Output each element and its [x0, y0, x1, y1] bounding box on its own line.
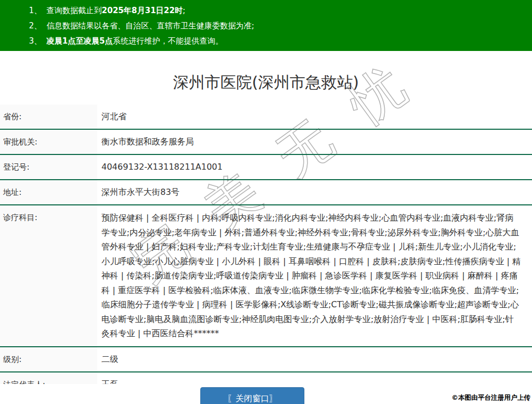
notice-text: 信息数据结果以各省、自治区、直辖市卫生健康委数据为准; [47, 21, 254, 30]
row-value: 40469132-X13118211A1001 [97, 155, 532, 179]
notice-line-2: 2、信息数据结果以各省、自治区、直辖市卫生健康委数据为准; [29, 18, 527, 34]
table-row-province: 省份: 河北省 [0, 105, 532, 130]
row-label: 登记号: [0, 155, 97, 179]
image-attribution: ©本图由平台注册用户上传 [452, 393, 530, 402]
notice-line-1: 1、查询数据截止到2025年8月31日22时; [29, 3, 527, 18]
notice-number: 2、 [29, 21, 42, 30]
row-value: 二级 [97, 347, 532, 371]
notice-banner: 1、查询数据截止到2025年8月31日22时; 2、信息数据结果以各省、自治区、… [0, 0, 532, 51]
table-row-registration-number: 登记号: 40469132-X13118211A1001 [0, 155, 532, 180]
hospital-info-table: 省份: 河北省 审批机关: 衡水市数据和政务服务局 登记号: 40469132-… [0, 105, 532, 398]
row-value: 衡水市数据和政务服务局 [97, 130, 532, 154]
row-value: 河北省 [97, 105, 532, 129]
row-label: 地址: [0, 180, 97, 204]
notice-text: 系统进行维护，不能提供查询。 [112, 36, 223, 46]
table-row-address: 地址: 深州市永平大街83号 [0, 180, 532, 205]
notice-text: 查询数据截止到 [47, 6, 102, 15]
notice-bold-text: 凌晨1点至凌晨5点 [47, 36, 113, 46]
notice-number: 3、 [29, 36, 42, 46]
table-row-approval-authority: 审批机关: 衡水市数据和政务服务局 [0, 130, 532, 155]
row-label: 诊疗科目: [0, 205, 97, 346]
table-row-medical-departments: 诊疗科目: 预防保健科 | 全科医疗科 | 内科;呼吸内科专业;消化内科专业;神… [0, 205, 532, 347]
notice-text: ; [182, 6, 185, 15]
footer-bar: 〖关闭窗口〗 ©本图由平台注册用户上传 [0, 384, 532, 404]
notice-line-3: 3、凌晨1点至凌晨5点系统进行维护，不能提供查询。 [29, 34, 527, 49]
row-label: 级别: [0, 347, 97, 371]
row-label: 省份: [0, 105, 97, 129]
close-window-button[interactable]: 〖关闭窗口〗 [200, 387, 304, 404]
table-row-level: 级别: 二级 [0, 347, 532, 372]
row-label: 审批机关: [0, 130, 97, 154]
page-title: 深州市医院(深州市急救站) [0, 72, 532, 94]
notice-number: 1、 [29, 6, 42, 15]
row-value: 预防保健科 | 全科医疗科 | 内科;呼吸内科专业;消化内科专业;神经内科专业;… [97, 205, 532, 346]
notice-bold-text: 2025年8月31日22时 [102, 6, 183, 15]
row-value: 深州市永平大街83号 [97, 180, 532, 204]
